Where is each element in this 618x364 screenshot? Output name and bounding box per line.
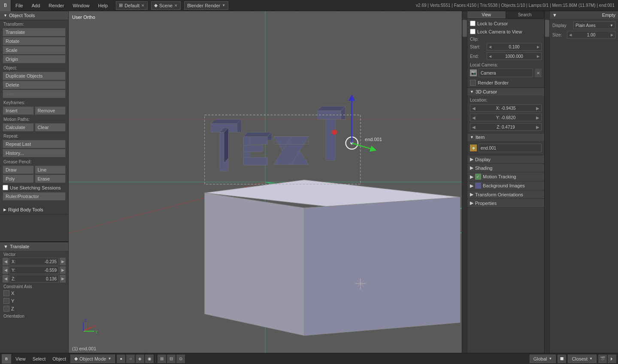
y-axis-checkbox[interactable] (3, 298, 9, 304)
render-engine-select[interactable]: Blender Render ▼ (184, 1, 228, 10)
cursor-x-field[interactable]: ◀ X: -0.9435 ▶ (470, 104, 542, 112)
translate-x-field[interactable]: X: -0.235 (9, 258, 59, 265)
z-axis-checkbox[interactable] (3, 306, 9, 312)
duplicate-btn[interactable]: Duplicate Objects (3, 72, 66, 80)
ruler-btn[interactable]: Ruler/Protractor (3, 192, 66, 201)
line-btn[interactable]: Line (35, 165, 66, 174)
snap-select[interactable]: Closest ▼ (568, 355, 597, 363)
display-select[interactable]: Plain Axes ▼ (573, 21, 615, 29)
mode-select[interactable]: ◆ Object Mode ▼ (70, 355, 115, 363)
scale-btn[interactable]: Scale (3, 46, 66, 54)
properties-collapsible[interactable]: ▶ Properties (467, 199, 544, 208)
tz-inc-btn[interactable]: ▶ (60, 275, 66, 283)
keyframes-row: Insert Remove (3, 106, 66, 115)
clip-start-field[interactable]: ◀ 0.100 ▶ (487, 43, 542, 51)
screen-layout-select[interactable]: ⊞ Default ✕ (116, 1, 148, 10)
viewport[interactable]: User Ortho (69, 11, 462, 353)
menu-file[interactable]: File (11, 0, 27, 11)
size-value: 1.00 (587, 33, 595, 37)
lock-camera-cb[interactable] (470, 29, 476, 34)
global-select[interactable]: Global ▼ (530, 355, 556, 363)
render-icon[interactable]: 🎬 (598, 355, 607, 363)
background-images-collapsible[interactable]: ▶ Background Images (467, 181, 544, 190)
properties-arrow: ▶ (470, 200, 473, 206)
tx-inc-btn[interactable]: ▶ (60, 258, 66, 265)
proportional-icon[interactable]: ⊙ (176, 355, 185, 363)
bottom-view[interactable]: View (13, 356, 28, 361)
tz-dec-btn[interactable]: ◀ (3, 275, 9, 283)
translate-z-field[interactable]: Z: 0.136 (9, 275, 59, 283)
tab-view[interactable]: View (467, 11, 506, 18)
join-btn[interactable]: Join (3, 90, 66, 98)
scrollbar-thumb[interactable] (463, 20, 467, 37)
display-collapsible[interactable]: ▶ Display (467, 155, 544, 164)
texture-view-icon[interactable]: ◈ (136, 355, 144, 363)
cursor-y-field[interactable]: ◀ Y: -0.6820 ▶ (470, 114, 542, 121)
camera-close-btn[interactable]: ✕ (535, 69, 542, 77)
grease-row1: Draw Line (3, 165, 66, 174)
rigid-body-header[interactable]: ▶ Rigid Body Tools (0, 205, 68, 214)
motion-tracking-collapsible[interactable]: ▶ ✓ Motion Tracking (467, 172, 544, 181)
menu-help[interactable]: Help (94, 0, 112, 11)
screen-close[interactable]: ✕ (141, 3, 145, 8)
transform-orientations-collapsible[interactable]: ▶ Transform Orientations (467, 190, 544, 199)
z-axis-row: Z (0, 305, 68, 313)
remove-btn[interactable]: Remove (35, 106, 66, 115)
translate-y-field[interactable]: Y: -0.559 (9, 266, 59, 274)
insert-btn[interactable]: Insert (3, 106, 34, 115)
camera-field[interactable]: Camera (479, 69, 533, 77)
menu-window[interactable]: Window (68, 0, 94, 11)
delete-btn[interactable]: Delete (3, 81, 66, 89)
clip-end-field[interactable]: ◀ 1000.000 ▶ (487, 52, 542, 60)
render-border-cb[interactable] (470, 80, 476, 86)
svg-marker-72 (317, 106, 345, 111)
menu-add[interactable]: Add (27, 0, 45, 11)
perspective-icon[interactable]: ⊞ (158, 355, 166, 363)
render-view-icon[interactable]: ◉ (145, 355, 154, 363)
cursor-z-field[interactable]: ◀ Z: 0.4719 ▶ (470, 123, 542, 131)
scrollbar-vertical-right[interactable] (544, 11, 549, 353)
scrollbar-vertical[interactable] (462, 11, 467, 353)
ty-inc-btn[interactable]: ▶ (60, 266, 66, 274)
svg-rect-71 (326, 119, 335, 160)
rotate-btn[interactable]: Rotate (3, 37, 66, 45)
cursor-header[interactable]: ▼ 3D Cursor (467, 88, 544, 96)
item-header[interactable]: ▼ Item (467, 133, 544, 141)
tab-search[interactable]: Search (506, 11, 545, 18)
clear-btn[interactable]: Clear (35, 123, 66, 132)
shading-collapsible[interactable]: ▶ Shading (467, 164, 544, 172)
solid-view-icon[interactable]: ● (117, 355, 125, 363)
scene-select[interactable]: ◆ Scene ✕ (151, 1, 181, 10)
bottom-object[interactable]: Object (50, 356, 69, 361)
erase-btn[interactable]: Erase (35, 174, 66, 183)
scrollbar-thumb-right[interactable] (545, 20, 549, 37)
lock-to-cursor-cb[interactable] (470, 21, 476, 26)
tx-dec-btn[interactable]: ◀ (3, 258, 9, 265)
translate-z-value: 0.136 (46, 277, 57, 281)
cursor-section: ▼ 3D Cursor Location: ◀ X: -0.9435 ▶ (467, 88, 544, 133)
cursor-z-value: 0.4719 (502, 125, 515, 129)
history-btn[interactable]: History... (3, 149, 66, 157)
draw-btn[interactable]: Draw (3, 165, 34, 174)
bg-images-arrow: ▶ (470, 183, 473, 189)
location-label: Location: (467, 97, 544, 103)
repeat-last-btn[interactable]: Repeat Last (3, 140, 66, 148)
wire-view-icon[interactable]: ○ (126, 355, 135, 363)
item-name-field[interactable]: end.001 (479, 144, 542, 152)
cursor-body: Location: ◀ X: -0.9435 ▶ ◀ Y: -0.6820 ▶ (467, 96, 544, 133)
bottom-select[interactable]: Select (30, 356, 48, 361)
scene-close[interactable]: ✕ (174, 3, 178, 8)
poly-btn[interactable]: Poly (3, 174, 34, 183)
ty-dec-btn[interactable]: ◀ (3, 266, 9, 274)
snap-toggle-icon[interactable]: 🔲 (557, 355, 566, 363)
menu-render[interactable]: Render (44, 0, 68, 11)
x-axis-checkbox[interactable] (3, 290, 9, 296)
rigid-body-label: Rigid Body Tools (8, 207, 43, 212)
anim-icon[interactable]: ⏵ (608, 355, 616, 363)
calculate-btn[interactable]: Calculate (3, 123, 34, 132)
snap-icon[interactable]: ⊟ (167, 355, 176, 363)
origin-btn[interactable]: Origin (3, 55, 66, 63)
size-field[interactable]: ◀ 1.00 ▶ (567, 31, 615, 39)
translate-btn[interactable]: Translate (3, 28, 66, 36)
sketching-checkbox[interactable] (3, 185, 8, 190)
